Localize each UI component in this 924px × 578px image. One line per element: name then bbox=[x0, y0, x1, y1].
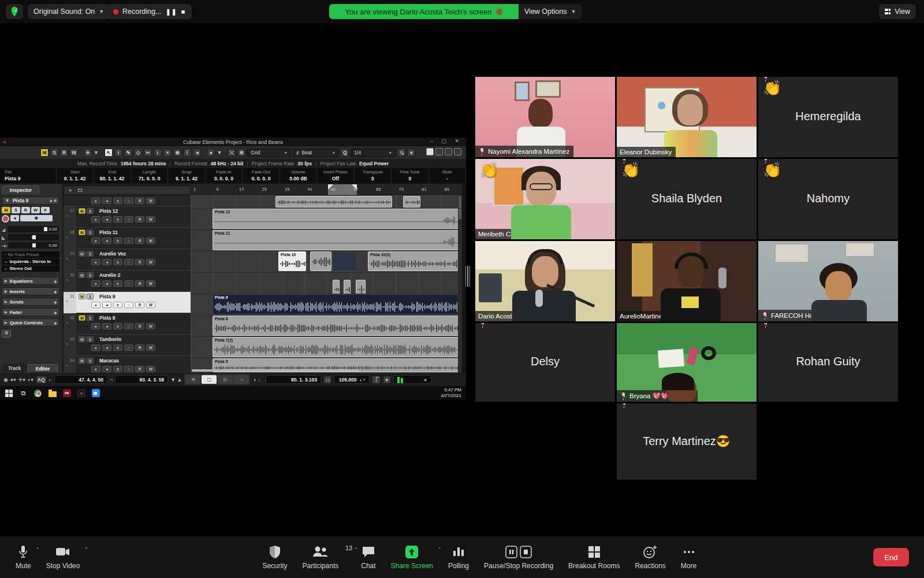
task-view-button[interactable]: ⧉ bbox=[19, 389, 28, 398]
glue-tool[interactable]: ≀ bbox=[154, 149, 162, 157]
color-tool[interactable]: ● bbox=[207, 149, 215, 157]
pause-stop-recording-button[interactable]: Pause/Stop Recording bbox=[476, 539, 561, 576]
original-sound-toggle[interactable]: Original Sound: On ▼ bbox=[28, 4, 110, 19]
pause-recording-button[interactable]: ❚❚ bbox=[165, 8, 177, 16]
info-line-column[interactable]: Mute- bbox=[429, 168, 466, 184]
record-enable-button[interactable] bbox=[2, 215, 9, 223]
participant-tile[interactable]: 👏Hemeregilda bbox=[758, 77, 898, 157]
inspector-section-inserts[interactable]: ▶Inserts◈ bbox=[2, 287, 59, 295]
participant-tile[interactable]: 👏Meribeth Chavarria bbox=[475, 159, 615, 239]
aq-button[interactable]: AQ bbox=[36, 376, 47, 384]
mute-button[interactable]: ⌃ Mute bbox=[8, 539, 39, 576]
mute-all-button[interactable]: M bbox=[40, 149, 49, 157]
crossfade-icon[interactable]: ✛▾ bbox=[18, 377, 25, 383]
info-line-column[interactable]: Start9. 1. 1. 42 bbox=[57, 168, 94, 184]
volume-fader[interactable]: 0.00 bbox=[8, 226, 59, 232]
draw-tool[interactable]: ✎ bbox=[124, 149, 132, 157]
chat-button[interactable]: Chat bbox=[353, 539, 383, 576]
participant-tile[interactable]: Bryana 💖💖💖🤟😁 bbox=[617, 323, 757, 402]
audio-clip[interactable]: Pista 11 bbox=[213, 230, 462, 250]
track-mute-chip[interactable]: M bbox=[79, 229, 85, 235]
info-line-column[interactable]: Transpose0 bbox=[355, 168, 392, 184]
track-row[interactable]: 29≈MSAurelio Voz●◄e○RW bbox=[64, 249, 191, 271]
pan-knob[interactable] bbox=[32, 235, 36, 239]
freeze-button[interactable]: ❋ bbox=[20, 215, 53, 221]
inspector-track-header[interactable]: ▼Pista 9 ▸ e bbox=[2, 197, 59, 205]
inspector-settings-button[interactable]: ⚙ bbox=[2, 330, 11, 338]
vertical-scrollbar[interactable] bbox=[458, 195, 462, 373]
range-tool[interactable]: I bbox=[114, 149, 122, 157]
track-row[interactable]: 30≈MSAurelio 2●◄e○RW bbox=[64, 271, 191, 292]
tempo-track-button[interactable]: ♪♪ bbox=[323, 376, 332, 384]
zoom-tool[interactable]: ⊕ bbox=[173, 149, 181, 157]
track-mute-button[interactable]: M bbox=[2, 207, 10, 213]
iterative-quantize-button[interactable]: ⅛ bbox=[397, 149, 405, 157]
participant-tile[interactable]: Eleanor Dubinsky bbox=[617, 77, 757, 157]
audio-clip[interactable]: Pista 7(2) bbox=[213, 337, 462, 357]
record-button[interactable]: ○ bbox=[234, 375, 249, 384]
locate-buttons[interactable]: ▼ ▲ bbox=[170, 377, 182, 383]
start-button[interactable] bbox=[5, 389, 13, 398]
play-tool[interactable]: ◄ bbox=[193, 149, 201, 157]
quantize-dropdown[interactable]: 1/4▼ bbox=[351, 149, 396, 157]
track-solo-chip[interactable]: S bbox=[87, 229, 94, 235]
info-line-column[interactable]: Fade-In0. 0. 0. 0 bbox=[206, 168, 243, 184]
snap-type-button[interactable]: ✲ bbox=[237, 149, 245, 157]
track-solo-chip[interactable]: S bbox=[87, 358, 94, 364]
info-line-column[interactable]: Fine-Tune0 bbox=[392, 168, 429, 184]
view-button[interactable]: View bbox=[879, 4, 916, 19]
window-controls[interactable]: – ▢ ✕ bbox=[430, 138, 463, 144]
grid-mode-dropdown[interactable]: ♯Beat▼ bbox=[293, 149, 339, 157]
audio-clip[interactable]: Pista 10 bbox=[278, 251, 306, 271]
track-row[interactable]: 28≈MSPista 11●◄e○RW bbox=[64, 228, 191, 249]
track-solo-chip[interactable]: S bbox=[87, 315, 94, 321]
share-screen-button[interactable]: ⌃ Share Screen bbox=[383, 539, 441, 576]
input-routing-row[interactable]: →Izquierda - Stereo In bbox=[2, 258, 59, 265]
video-options-chevron[interactable]: ⌃ bbox=[84, 547, 89, 553]
stop-button[interactable]: ▢ bbox=[202, 375, 217, 384]
audio-clip[interactable]: Pista 8 bbox=[213, 316, 462, 336]
participants-button[interactable]: 13 ⌃ Participants bbox=[295, 539, 354, 576]
grid-type-dropdown[interactable]: Grid▼ bbox=[247, 149, 291, 157]
participant-tile[interactable]: FARECOH Honduras bbox=[758, 241, 898, 321]
track-solo-chip[interactable]: S bbox=[87, 336, 94, 342]
polling-button[interactable]: Polling bbox=[441, 539, 476, 576]
encryption-shield-badge[interactable] bbox=[6, 4, 23, 19]
arrange-area[interactable]: 1917253341495765738189 Pista 12Pista 11P… bbox=[191, 184, 462, 373]
click-button[interactable]: ⎾ bbox=[372, 376, 381, 384]
participant-tile[interactable]: Rohan Guity bbox=[758, 323, 898, 402]
audio-clip[interactable] bbox=[333, 251, 357, 271]
info-line-column[interactable]: End80. 1. 1. 42 bbox=[94, 168, 131, 184]
track-solo-chip[interactable]: S bbox=[87, 251, 94, 257]
tempo-field[interactable]: 105.000▲▼ bbox=[334, 375, 370, 384]
volume-knob[interactable] bbox=[44, 227, 47, 231]
track-mute-chip[interactable]: M bbox=[79, 251, 85, 257]
output-routing-row[interactable]: ←Stereo Out bbox=[2, 265, 59, 272]
info-line-column[interactable]: Invert PhaseOff bbox=[317, 168, 354, 184]
track-mute-chip[interactable]: M bbox=[79, 272, 85, 278]
audio-clip[interactable]: Pista 10(2) bbox=[368, 251, 462, 271]
left-locator-field[interactable]: 47. 4. 4. 50 bbox=[54, 375, 107, 384]
play-button[interactable]: ▷ bbox=[218, 375, 233, 384]
quantize-panel-button[interactable]: e bbox=[407, 149, 415, 157]
layout-setup-button[interactable] bbox=[454, 148, 461, 155]
window-layout-buttons[interactable] bbox=[426, 148, 461, 155]
zoom-app-icon[interactable] bbox=[91, 389, 100, 398]
read-all-button[interactable]: R bbox=[60, 149, 68, 157]
inspector-section-fader[interactable]: ▶Fader◈ bbox=[2, 308, 59, 316]
chrome-icon[interactable] bbox=[33, 389, 42, 398]
participant-tile[interactable]: Dario Acosta Teich bbox=[475, 241, 615, 321]
inspector-section-equalizers[interactable]: ▶Equalizers◈ bbox=[2, 277, 59, 285]
mute-tool[interactable]: × bbox=[163, 149, 172, 157]
track-solo-chip[interactable]: S bbox=[87, 208, 94, 214]
audio-clip[interactable]: Pista 9 bbox=[213, 294, 462, 314]
view-options-menu[interactable]: View Options ▼ bbox=[519, 4, 582, 19]
participant-tile[interactable]: 👏Nahomy bbox=[758, 159, 898, 239]
cycle-button[interactable]: ⟲ bbox=[185, 375, 200, 384]
track-solo-chip[interactable]: S bbox=[87, 272, 94, 278]
right-locator-field[interactable]: 60. 4. 3. 58 bbox=[115, 375, 168, 384]
write-all-button[interactable]: W bbox=[70, 149, 78, 157]
split-tool[interactable]: ✂ bbox=[144, 149, 152, 157]
inspector-section-quick-controls[interactable]: ▶Quick Controls◈ bbox=[2, 318, 59, 327]
participant-tile[interactable]: AurelioMartinezSuazo bbox=[617, 241, 757, 321]
